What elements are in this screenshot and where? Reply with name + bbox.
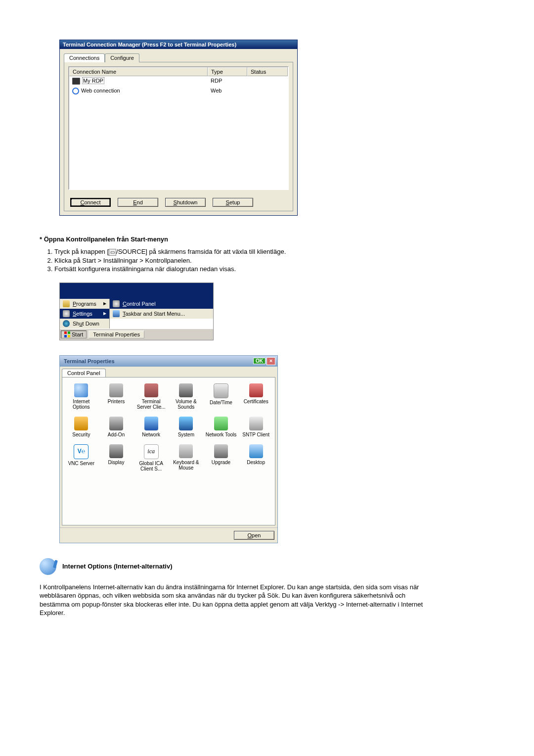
internet-options-icon bbox=[74, 383, 88, 397]
display-icon bbox=[109, 444, 123, 458]
table-row[interactable]: My RDPRDP bbox=[69, 76, 288, 86]
start-item-settings[interactable]: Settings ▶ bbox=[60, 309, 109, 319]
programs-icon bbox=[63, 300, 70, 307]
connection-status-label bbox=[247, 87, 288, 95]
sntp-client-icon bbox=[249, 417, 263, 430]
control-panel-item[interactable]: SNTP Client bbox=[239, 416, 273, 438]
connect-button[interactable]: Connect bbox=[70, 198, 111, 207]
control-panel-item-label: Date/Time bbox=[205, 400, 237, 405]
control-panel-item[interactable]: Network bbox=[134, 416, 168, 438]
connection-type-label: Web bbox=[208, 87, 247, 95]
control-panel-item[interactable]: Volume & Sounds bbox=[169, 382, 203, 411]
connection-type-label: RDP bbox=[208, 77, 247, 85]
control-panel-item[interactable]: Security bbox=[64, 416, 98, 438]
control-panel-item-label: Internet Options bbox=[65, 399, 97, 410]
connection-name-label: Web connection bbox=[81, 88, 120, 94]
step-1: Tryck på knappen [▭/SOURCE] på skärmens … bbox=[54, 248, 494, 256]
taskbar: Start Terminal Properties bbox=[60, 329, 213, 340]
shutdown-icon bbox=[63, 320, 70, 327]
control-panel-item-label: Keyboard & Mouse bbox=[170, 460, 202, 471]
tab-control-panel[interactable]: Control Panel bbox=[62, 369, 106, 377]
control-panel-item[interactable]: Internet Options bbox=[64, 382, 98, 411]
taskbar-task[interactable]: Terminal Properties bbox=[89, 331, 144, 338]
steps-list: Tryck på knappen [▭/SOURCE] på skärmens … bbox=[54, 248, 494, 273]
control-panel-item-label: Volume & Sounds bbox=[170, 399, 202, 410]
global-ica-client-s-icon: ica bbox=[144, 444, 159, 459]
control-panel-item-label: Display bbox=[100, 460, 133, 465]
control-panel-item[interactable]: Keyboard & Mouse bbox=[169, 443, 203, 472]
network-tools-icon bbox=[214, 417, 228, 430]
close-button[interactable]: × bbox=[267, 357, 275, 365]
control-panel-item[interactable]: System bbox=[169, 416, 203, 438]
control-panel-item[interactable]: V℮VNC Server bbox=[64, 443, 98, 472]
control-panel-item[interactable]: Display bbox=[99, 443, 134, 472]
end-button[interactable]: End bbox=[118, 198, 158, 207]
control-panel-item-label: SNTP Client bbox=[240, 432, 272, 437]
submenu-arrow-icon: ▶ bbox=[103, 311, 106, 316]
step-3: Fortsätt konfigurera inställningarna när… bbox=[54, 265, 494, 273]
security-icon bbox=[74, 417, 88, 430]
open-button[interactable]: Open bbox=[234, 531, 274, 540]
system-icon bbox=[179, 417, 193, 430]
control-panel-item-label: Terminal Server Clie... bbox=[135, 399, 167, 410]
section-heading: * Öppna Kontrollpanelen från Start-menyn bbox=[40, 236, 494, 243]
control-panel-item[interactable]: Add-On bbox=[99, 416, 134, 438]
connections-list[interactable]: Connection Name Type Status My RDPRDPWeb… bbox=[68, 66, 289, 190]
volume-sounds-icon bbox=[179, 383, 193, 397]
submenu-arrow-icon: ▶ bbox=[103, 301, 106, 306]
window-title: Terminal Connection Manager (Press F2 to… bbox=[60, 40, 297, 49]
control-panel-item-label: System bbox=[170, 432, 202, 437]
control-panel-item[interactable]: Printers bbox=[99, 382, 134, 411]
control-panel-item[interactable]: Desktop bbox=[239, 443, 273, 472]
start-item-shutdown[interactable]: Shut Down bbox=[60, 319, 109, 329]
control-panel-item-label: Desktop bbox=[240, 460, 272, 465]
start-button[interactable]: Start bbox=[61, 331, 87, 338]
control-panel-item-label: Global ICA Client S... bbox=[135, 461, 167, 472]
connection-status-label bbox=[247, 77, 288, 85]
table-row[interactable]: Web connectionWeb bbox=[69, 86, 288, 96]
control-panel-item-label: Security bbox=[65, 432, 97, 437]
window-title: Terminal Properties OK × bbox=[60, 356, 277, 367]
section-title: Internet Options (Internet-alternativ) bbox=[62, 563, 172, 570]
add-on-icon bbox=[109, 417, 123, 430]
control-panel-item[interactable]: Certificates bbox=[239, 382, 273, 411]
monitor-icon bbox=[72, 78, 80, 85]
internet-options-icon bbox=[40, 558, 56, 575]
vnc-server-icon: V℮ bbox=[74, 444, 89, 459]
taskbar-icon bbox=[113, 310, 120, 317]
section-paragraph: I Kontrollpanelens Internet-alternativ k… bbox=[40, 583, 425, 617]
source-icon: ▭ bbox=[109, 249, 116, 256]
tab-configure[interactable]: Configure bbox=[105, 53, 139, 62]
control-panel-item-label: Network bbox=[135, 432, 167, 437]
control-panel-item-label: Printers bbox=[100, 399, 133, 404]
list-header: Connection Name Type Status bbox=[69, 67, 288, 76]
certificates-icon bbox=[249, 383, 263, 397]
col-type[interactable]: Type bbox=[208, 67, 247, 76]
control-panel-item[interactable]: Date/Time bbox=[204, 382, 238, 411]
start-menu-screenshot: Programs ▶ Settings ▶ Shut Down Control … bbox=[59, 283, 214, 340]
shutdown-button[interactable]: Shutdown bbox=[165, 198, 206, 207]
control-panel-item[interactable]: Terminal Server Clie... bbox=[134, 382, 168, 411]
keyboard-mouse-icon bbox=[179, 444, 193, 458]
control-panel-item[interactable]: Upgrade bbox=[204, 443, 238, 472]
setup-button[interactable]: Setup bbox=[213, 198, 253, 207]
control-panel-item-label: VNC Server bbox=[65, 461, 97, 466]
printers-icon bbox=[109, 383, 123, 397]
ie-icon bbox=[72, 88, 79, 94]
submenu-control-panel[interactable]: Control Panel bbox=[110, 299, 213, 309]
terminal-connection-manager-window: Terminal Connection Manager (Press F2 to… bbox=[59, 40, 298, 216]
tab-connections[interactable]: Connections bbox=[64, 53, 105, 62]
col-status[interactable]: Status bbox=[247, 67, 288, 76]
settings-icon bbox=[63, 310, 70, 317]
start-item-programs[interactable]: Programs ▶ bbox=[60, 299, 109, 309]
step-2: Klicka på Start > Inställningar > Kontro… bbox=[54, 257, 494, 264]
windows-logo-icon bbox=[64, 331, 70, 337]
col-connection-name[interactable]: Connection Name bbox=[69, 67, 208, 76]
network-icon bbox=[144, 417, 158, 430]
control-panel-item[interactable]: Network Tools bbox=[204, 416, 238, 438]
control-panel-item-label: Certificates bbox=[240, 399, 272, 404]
submenu-taskbar[interactable]: Taskbar and Start Menu... bbox=[110, 309, 213, 319]
control-panel-item[interactable]: icaGlobal ICA Client S... bbox=[134, 443, 168, 472]
control-panel-item-label: Upgrade bbox=[205, 460, 237, 465]
ok-button[interactable]: OK bbox=[253, 358, 266, 364]
